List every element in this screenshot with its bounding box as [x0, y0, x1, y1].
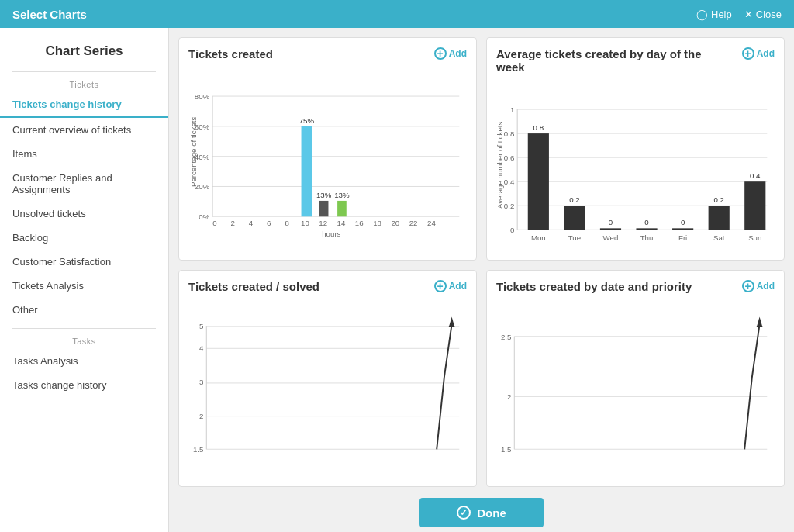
app-header: Select Charts ◯ Help ✕ Close	[0, 0, 794, 28]
chart-avg-by-day: Average tickets created by day of the we…	[486, 37, 785, 261]
svg-text:2: 2	[231, 219, 235, 227]
svg-text:0%: 0%	[198, 212, 209, 221]
svg-rect-50	[600, 228, 621, 230]
svg-rect-56	[709, 206, 730, 230]
sidebar-item-other[interactable]: Other	[0, 298, 168, 322]
sidebar-item-current-overview[interactable]: Current overview of tickets	[0, 118, 168, 142]
chart-2-add-button[interactable]: + Add	[742, 47, 775, 60]
check-icon: ✓	[457, 506, 471, 520]
svg-text:1.5: 1.5	[193, 445, 203, 454]
svg-text:12: 12	[319, 219, 327, 227]
sidebar-item-backlog[interactable]: Backlog	[0, 226, 168, 250]
help-button[interactable]: ◯ Help	[696, 9, 732, 20]
svg-text:3: 3	[199, 378, 203, 386]
svg-rect-15	[337, 201, 347, 216]
svg-text:0.2: 0.2	[504, 202, 514, 210]
svg-text:Sat: Sat	[713, 233, 725, 242]
svg-text:Tue: Tue	[568, 233, 581, 242]
sidebar-item-customer-replies[interactable]: Customer Replies and Assignments	[0, 166, 168, 202]
svg-text:13%: 13%	[316, 191, 332, 199]
add-circle-icon-4: +	[742, 280, 754, 292]
svg-text:Fri: Fri	[678, 233, 687, 242]
svg-text:0: 0	[644, 218, 649, 226]
svg-rect-58	[744, 181, 765, 230]
sidebar-item-tickets-analysis[interactable]: Tickets Analysis	[0, 274, 168, 298]
svg-rect-13	[319, 201, 329, 216]
chart-4-area: 1.5 2 2.5	[496, 299, 775, 470]
svg-text:13%: 13%	[334, 191, 350, 199]
svg-text:Percentage of tickets: Percentage of tickets	[189, 116, 198, 187]
svg-text:2: 2	[199, 412, 203, 420]
svg-text:22: 22	[409, 219, 418, 227]
sidebar-item-tasks-change-history[interactable]: Tasks change history	[0, 373, 168, 397]
svg-rect-48	[564, 206, 585, 230]
svg-text:16: 16	[355, 219, 364, 227]
svg-text:0: 0	[609, 218, 613, 226]
sidebar-item-unsolved-tickets[interactable]: Unsolved tickets	[0, 202, 168, 226]
svg-text:0.4: 0.4	[750, 171, 761, 180]
svg-text:hours: hours	[322, 230, 340, 238]
close-icon: ✕	[744, 9, 753, 20]
add-circle-icon-2: +	[742, 47, 754, 60]
tasks-section-label: Tasks	[0, 332, 168, 349]
help-icon: ◯	[696, 9, 708, 20]
svg-text:20: 20	[391, 219, 399, 227]
svg-text:4: 4	[249, 219, 254, 227]
chart-by-date-priority: Tickets created by date and priority + A…	[486, 270, 785, 487]
svg-text:0.4: 0.4	[504, 178, 515, 186]
svg-marker-86	[757, 317, 763, 328]
svg-text:8: 8	[285, 219, 288, 227]
svg-text:0.8: 0.8	[504, 130, 514, 138]
svg-text:1: 1	[510, 105, 514, 114]
svg-text:Mon: Mon	[531, 233, 546, 242]
svg-text:24: 24	[427, 219, 436, 227]
sidebar: Chart Series Tickets Tickets change hist…	[0, 28, 169, 532]
svg-text:0.2: 0.2	[569, 195, 579, 204]
sidebar-item-tickets-change-history[interactable]: Tickets change history	[0, 92, 168, 118]
add-circle-icon: +	[434, 47, 447, 60]
svg-rect-52	[636, 228, 657, 230]
svg-text:0: 0	[212, 219, 217, 227]
svg-text:Thu: Thu	[640, 233, 654, 242]
svg-marker-78	[449, 317, 455, 328]
svg-text:80%: 80%	[195, 92, 210, 101]
close-button[interactable]: ✕ Close	[744, 9, 782, 20]
chart-4-add-button[interactable]: + Add	[742, 280, 775, 292]
chart-1-area: 0% 20% 40% 60% 80% Percentage of tickets	[188, 67, 467, 237]
svg-rect-46	[528, 133, 549, 230]
app-title: Select Charts	[12, 8, 87, 21]
svg-text:Average number of tickets: Average number of tickets	[495, 122, 504, 209]
chart-2-area: 0 0.2 0.4 0.6 0.8 1 Average	[496, 80, 775, 250]
sidebar-item-tasks-analysis[interactable]: Tasks Analysis	[0, 349, 168, 373]
sidebar-item-items[interactable]: Items	[0, 142, 168, 166]
svg-text:0: 0	[681, 218, 685, 226]
add-circle-icon-3: +	[434, 280, 447, 292]
chart-4-title: Tickets created by date and priority	[496, 280, 775, 293]
svg-text:4: 4	[199, 344, 204, 352]
chart-1-add-button[interactable]: + Add	[434, 47, 467, 60]
svg-text:0.6: 0.6	[504, 154, 514, 162]
main-content: Tickets created + Add 0% 20% 40% 60% 80%	[169, 28, 794, 532]
svg-text:Sun: Sun	[748, 233, 761, 242]
svg-text:0: 0	[510, 226, 515, 234]
chart-3-title: Tickets created / solved	[188, 280, 467, 293]
chart-1-title: Tickets created	[188, 47, 467, 60]
svg-text:2: 2	[507, 392, 511, 401]
done-button[interactable]: ✓ Done	[419, 498, 544, 527]
svg-text:75%: 75%	[299, 116, 315, 125]
svg-text:14: 14	[337, 219, 346, 227]
sidebar-title: Chart Series	[0, 37, 168, 68]
chart-created-solved: Tickets created / solved + Add 1.5 2 3 4…	[178, 270, 477, 487]
svg-text:Wed: Wed	[603, 233, 619, 242]
svg-rect-54	[672, 228, 693, 230]
chart-3-add-button[interactable]: + Add	[434, 280, 467, 292]
svg-text:10: 10	[301, 219, 309, 227]
chart-tickets-created: Tickets created + Add 0% 20% 40% 60% 80%	[178, 37, 477, 261]
svg-text:5: 5	[199, 322, 203, 330]
sidebar-item-customer-satisfaction[interactable]: Customer Satisfaction	[0, 250, 168, 274]
svg-text:0.2: 0.2	[713, 195, 723, 204]
svg-text:6: 6	[267, 219, 271, 227]
chart-3-area: 1.5 2 3 4 5	[188, 299, 467, 470]
svg-text:0.8: 0.8	[533, 123, 544, 132]
svg-text:1.5: 1.5	[501, 445, 511, 454]
